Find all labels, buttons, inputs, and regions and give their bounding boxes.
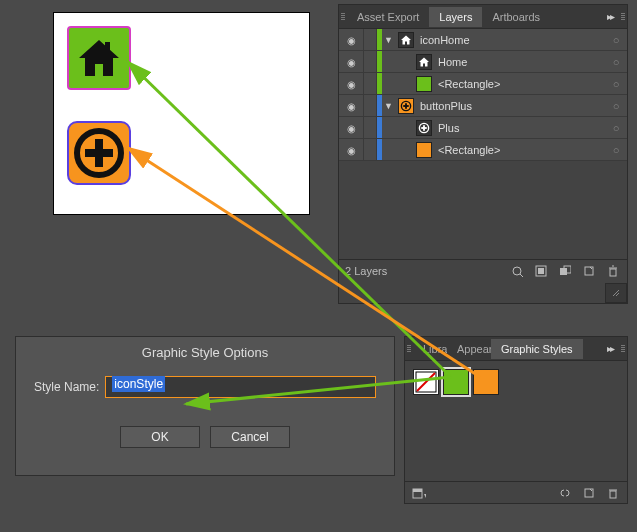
layer-row[interactable]: <Rectangle> (339, 73, 627, 95)
tab-appearance[interactable]: Appearance (447, 339, 491, 359)
canvas-icon-home[interactable] (67, 26, 131, 90)
layer-thumb (398, 32, 414, 48)
style-name-input[interactable]: iconStyle (105, 376, 376, 398)
target-icon[interactable] (605, 56, 627, 68)
panel-flyout-icon[interactable]: ▸▸ (601, 343, 619, 354)
layer-color-edge (377, 117, 382, 138)
lock-column[interactable] (363, 29, 377, 50)
layer-row[interactable]: ▼iconHome (339, 29, 627, 51)
visibility-toggle-icon[interactable] (339, 144, 363, 156)
make-clipping-mask-icon[interactable] (533, 263, 549, 279)
lock-column[interactable] (363, 73, 377, 94)
lock-column[interactable] (363, 95, 377, 116)
gs-tab-strip: Libraries Appearance Graphic Styles ▸▸ (405, 337, 627, 361)
lock-column[interactable] (363, 139, 377, 160)
plus-circle-icon (73, 127, 125, 179)
panel-resize-icon[interactable] (605, 283, 627, 303)
layer-thumb (398, 98, 414, 114)
layer-label[interactable]: Plus (436, 122, 605, 134)
layer-thumb (416, 120, 432, 136)
lock-column[interactable] (363, 117, 377, 138)
tab-graphic-styles[interactable]: Graphic Styles (491, 339, 583, 359)
graphic-style-options-dialog: Graphic Style Options Style Name: iconSt… (15, 336, 395, 476)
layers-footer: 2 Layers (339, 259, 627, 281)
tab-asset-export[interactable]: Asset Export (347, 7, 429, 27)
panel-menu-icon[interactable] (619, 341, 627, 356)
create-sublayer-icon[interactable] (557, 263, 573, 279)
canvas-icon-plus[interactable] (67, 121, 131, 185)
layer-row[interactable]: Plus (339, 117, 627, 139)
graphic-style-swatch[interactable] (443, 369, 469, 395)
disclosure-icon[interactable]: ▼ (382, 101, 394, 111)
layer-label[interactable]: Home (436, 56, 605, 68)
layer-tree: ▼iconHomeHome<Rectangle>▼buttonPlusPlus<… (339, 29, 627, 161)
layer-thumb (416, 54, 432, 70)
target-icon[interactable] (605, 34, 627, 46)
visibility-toggle-icon[interactable] (339, 56, 363, 68)
layers-panel: Asset Export Layers Artboards ▸▸ ▼iconHo… (338, 4, 628, 304)
lock-column[interactable] (363, 51, 377, 72)
visibility-toggle-icon[interactable] (339, 34, 363, 46)
layer-label[interactable]: <Rectangle> (436, 78, 605, 90)
svg-rect-9 (421, 127, 427, 129)
panel-grip[interactable] (405, 341, 413, 356)
layer-thumb (416, 142, 432, 158)
layer-label[interactable]: <Rectangle> (436, 144, 605, 156)
tab-artboards[interactable]: Artboards (482, 7, 550, 27)
dialog-title: Graphic Style Options (16, 337, 394, 376)
svg-rect-23 (413, 489, 422, 492)
target-icon[interactable] (605, 100, 627, 112)
layer-label[interactable]: iconHome (418, 34, 605, 46)
layer-color-edge (377, 51, 382, 72)
tab-libraries[interactable]: Libraries (413, 339, 447, 359)
target-icon[interactable] (605, 144, 627, 156)
styles-library-menu-icon[interactable]: ▾ (411, 485, 427, 501)
svg-rect-0 (105, 42, 110, 52)
panel-grip[interactable] (339, 9, 347, 24)
svg-point-10 (513, 267, 521, 275)
svg-rect-3 (85, 149, 113, 157)
target-icon[interactable] (605, 122, 627, 134)
panel-flyout-icon[interactable]: ▸▸ (601, 11, 619, 22)
style-name-label: Style Name: (34, 380, 99, 394)
layer-count-label: 2 Layers (345, 265, 387, 277)
break-link-icon[interactable] (557, 485, 573, 501)
swatch-list (405, 361, 627, 403)
delete-style-icon[interactable] (605, 485, 621, 501)
target-icon[interactable] (605, 78, 627, 90)
layer-label[interactable]: buttonPlus (418, 100, 605, 112)
visibility-toggle-icon[interactable] (339, 78, 363, 90)
home-icon (75, 34, 123, 82)
layer-row[interactable]: <Rectangle> (339, 139, 627, 161)
panel-menu-icon[interactable] (619, 9, 627, 24)
visibility-toggle-icon[interactable] (339, 122, 363, 134)
cancel-button[interactable]: Cancel (210, 426, 290, 448)
locate-object-icon[interactable] (509, 263, 525, 279)
gs-footer: ▾ (405, 481, 627, 503)
svg-rect-6 (403, 105, 409, 107)
svg-rect-26 (610, 491, 616, 498)
new-style-icon[interactable] (581, 485, 597, 501)
layer-row[interactable]: Home (339, 51, 627, 73)
layer-color-edge (377, 139, 382, 160)
svg-line-11 (520, 274, 523, 277)
artboard-canvas (53, 12, 310, 215)
delete-icon[interactable] (605, 263, 621, 279)
disclosure-icon[interactable]: ▼ (382, 35, 394, 45)
tab-layers[interactable]: Layers (429, 7, 482, 27)
svg-text:▾: ▾ (424, 491, 426, 499)
create-layer-icon[interactable] (581, 263, 597, 279)
layer-row[interactable]: ▼buttonPlus (339, 95, 627, 117)
layer-thumb (416, 76, 432, 92)
svg-rect-17 (610, 269, 616, 276)
graphic-style-swatch[interactable] (473, 369, 499, 395)
ok-button[interactable]: OK (120, 426, 200, 448)
visibility-toggle-icon[interactable] (339, 100, 363, 112)
graphic-style-swatch[interactable] (413, 369, 439, 395)
layer-color-edge (377, 73, 382, 94)
graphic-styles-panel: Libraries Appearance Graphic Styles ▸▸ ▾ (404, 336, 628, 504)
layers-tab-strip: Asset Export Layers Artboards ▸▸ (339, 5, 627, 29)
svg-rect-13 (538, 268, 544, 274)
